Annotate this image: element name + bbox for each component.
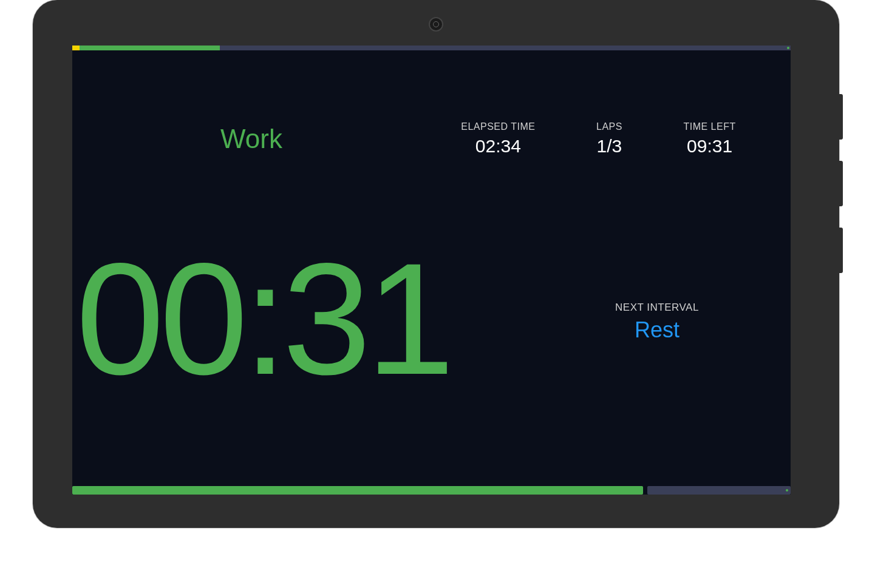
elapsed-time-block: ELAPSED TIME 02:34 <box>461 121 535 157</box>
tablet-button <box>839 228 843 273</box>
main-timer-display: 00:31 <box>76 240 450 399</box>
tablet-side-buttons <box>839 94 843 294</box>
laps-block: LAPS 1/3 <box>596 121 622 157</box>
overall-progress-bar <box>72 46 791 50</box>
next-interval-block: NEXT INTERVAL Rest <box>584 302 730 343</box>
progress-end-marker <box>787 47 789 49</box>
camera-icon <box>429 17 443 32</box>
next-interval-value: Rest <box>584 317 730 343</box>
phase-label: Work <box>72 124 431 154</box>
time-left-value: 09:31 <box>683 136 735 157</box>
tablet-button <box>839 94 843 140</box>
progress-warmup-segment <box>72 46 80 50</box>
interval-progress-bar <box>72 486 791 495</box>
interval-progress-remaining <box>647 486 791 495</box>
laps-value: 1/3 <box>596 136 622 157</box>
header-row: Work ELAPSED TIME 02:34 LAPS 1/3 TIME LE… <box>72 121 791 157</box>
elapsed-time-value: 02:34 <box>461 136 535 157</box>
elapsed-time-label: ELAPSED TIME <box>461 121 535 132</box>
time-left-block: TIME LEFT 09:31 <box>683 121 735 157</box>
tablet-frame: Work ELAPSED TIME 02:34 LAPS 1/3 TIME LE… <box>33 0 839 528</box>
progress-work-segment <box>80 46 220 50</box>
laps-label: LAPS <box>596 121 622 132</box>
time-left-label: TIME LEFT <box>683 121 735 132</box>
interval-progress-current <box>72 486 643 495</box>
stats-group: ELAPSED TIME 02:34 LAPS 1/3 TIME LEFT 09… <box>431 121 791 157</box>
next-interval-label: NEXT INTERVAL <box>584 302 730 314</box>
app-screen[interactable]: Work ELAPSED TIME 02:34 LAPS 1/3 TIME LE… <box>72 46 791 495</box>
tablet-button <box>839 161 843 206</box>
interval-progress-end-marker <box>786 489 788 492</box>
